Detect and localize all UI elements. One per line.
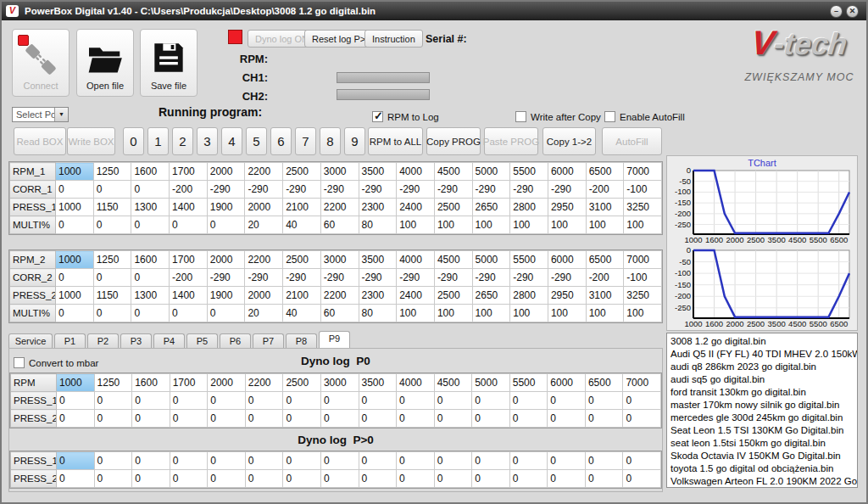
value-cell[interactable]: -290 (359, 269, 397, 287)
value-cell[interactable]: 6500 (585, 374, 623, 392)
value-cell[interactable]: 2200 (320, 199, 359, 216)
value-cell[interactable]: 0 (131, 305, 170, 322)
copy-prog-button[interactable]: Copy PROG (426, 127, 481, 155)
value-cell[interactable]: 1700 (170, 163, 208, 181)
value-cell[interactable]: 2800 (510, 199, 548, 216)
tab-p9[interactable]: P9 (319, 331, 350, 349)
value-cell[interactable]: 0 (94, 410, 132, 428)
value-cell[interactable]: 0 (623, 410, 661, 428)
rpm-to-log-checkbox-box[interactable] (372, 111, 383, 122)
open-file-button[interactable]: Open file (76, 29, 134, 97)
value-cell[interactable]: 0 (56, 216, 94, 234)
value-cell[interactable]: 0 (434, 470, 472, 488)
value-cell[interactable]: 7000 (624, 251, 662, 269)
value-cell[interactable]: 0 (359, 452, 397, 470)
value-cell[interactable]: -290 (548, 269, 586, 287)
copy-1-to-2-button[interactable]: Copy 1->2 (542, 127, 596, 155)
program-3-button[interactable]: 3 (197, 127, 218, 155)
value-cell[interactable]: 2400 (397, 287, 435, 305)
value-cell[interactable]: 40 (283, 216, 321, 234)
tab-p3[interactable]: P3 (120, 333, 152, 349)
value-cell[interactable]: 6500 (586, 163, 624, 181)
value-cell[interactable]: -290 (283, 269, 321, 287)
value-cell[interactable]: -290 (397, 181, 435, 199)
value-cell[interactable]: 1250 (93, 251, 131, 269)
value-cell[interactable]: 0 (245, 470, 283, 488)
value-cell[interactable]: 0 (283, 452, 321, 470)
value-cell[interactable]: 1600 (132, 374, 170, 392)
value-cell[interactable]: 0 (548, 392, 586, 410)
value-cell[interactable]: 4000 (397, 163, 435, 181)
tab-service[interactable]: Service (8, 333, 53, 349)
write-after-copy-checkbox[interactable]: Write after Copy (515, 111, 601, 122)
value-cell[interactable]: 60 (320, 216, 359, 234)
value-cell[interactable]: 1300 (131, 199, 170, 216)
value-cell[interactable]: -200 (586, 269, 624, 287)
value-cell[interactable]: 0 (170, 410, 208, 428)
value-cell[interactable]: 5500 (509, 374, 548, 392)
autofill-button[interactable]: AutoFill (602, 127, 662, 155)
value-cell[interactable]: 1700 (170, 374, 208, 392)
value-cell[interactable]: 2800 (510, 287, 548, 305)
value-cell[interactable]: 2200 (245, 374, 283, 392)
value-cell[interactable]: 0 (623, 470, 661, 488)
value-cell[interactable]: 6500 (586, 251, 624, 269)
paste-prog-button[interactable]: Paste PROG (484, 127, 538, 155)
value-cell[interactable]: 100 (510, 216, 548, 234)
file-list-item[interactable]: Seat Leon 1.5 TSI 130KM Go Digital.bin (670, 424, 857, 437)
value-cell[interactable]: 0 (585, 410, 623, 428)
value-cell[interactable]: 1900 (207, 199, 245, 216)
value-cell[interactable]: 1600 (131, 251, 170, 269)
value-cell[interactable]: 0 (132, 470, 170, 488)
value-cell[interactable]: -290 (472, 269, 510, 287)
value-cell[interactable]: 0 (57, 410, 95, 428)
value-cell[interactable]: 100 (624, 305, 662, 322)
value-cell[interactable]: 0 (283, 410, 321, 428)
value-cell[interactable]: 0 (472, 452, 510, 470)
value-cell[interactable]: 0 (320, 392, 359, 410)
value-cell[interactable]: 1400 (170, 287, 208, 305)
value-cell[interactable]: 0 (245, 410, 283, 428)
value-cell[interactable]: 1700 (170, 251, 208, 269)
value-cell[interactable]: 3500 (359, 163, 397, 181)
file-list-item[interactable]: ford transit 130km go digital.bin (670, 386, 857, 399)
file-list-item[interactable]: master 170km nowy silnik go digital.bin (670, 399, 857, 412)
value-cell[interactable]: -290 (320, 181, 359, 199)
value-cell[interactable]: 1150 (93, 199, 131, 216)
rpm-to-all-button[interactable]: RPM to ALL (368, 127, 423, 155)
program-0-button[interactable]: 0 (123, 127, 144, 155)
value-cell[interactable]: 5000 (472, 251, 510, 269)
program-6-button[interactable]: 6 (270, 127, 292, 155)
value-cell[interactable]: 60 (320, 305, 359, 322)
value-cell[interactable]: 2200 (320, 287, 359, 305)
value-cell[interactable]: 0 (94, 470, 132, 488)
tab-p8[interactable]: P8 (286, 333, 317, 349)
value-cell[interactable]: 100 (548, 305, 586, 322)
value-cell[interactable]: 3100 (586, 287, 624, 305)
value-cell[interactable]: 0 (207, 216, 245, 234)
value-cell[interactable]: 100 (397, 305, 435, 322)
value-cell[interactable]: 0 (170, 216, 208, 234)
value-cell[interactable]: 2000 (207, 251, 245, 269)
value-cell[interactable]: 1400 (170, 199, 208, 216)
value-cell[interactable]: 2200 (245, 251, 283, 269)
value-cell[interactable]: 0 (434, 392, 472, 410)
value-cell[interactable]: 5500 (510, 251, 548, 269)
value-cell[interactable]: 1250 (93, 163, 131, 181)
value-cell[interactable]: 0 (208, 410, 246, 428)
value-cell[interactable]: 0 (93, 269, 131, 287)
value-cell[interactable]: 2300 (359, 199, 397, 216)
value-cell[interactable]: -100 (624, 269, 662, 287)
value-cell[interactable]: 0 (170, 392, 208, 410)
program-2-button[interactable]: 2 (172, 127, 193, 155)
value-cell[interactable]: 2500 (434, 287, 472, 305)
value-cell[interactable]: 0 (245, 452, 283, 470)
value-cell[interactable]: 0 (320, 470, 359, 488)
value-cell[interactable]: 0 (472, 410, 510, 428)
value-cell[interactable]: 2950 (548, 199, 586, 216)
program-5-button[interactable]: 5 (246, 127, 267, 155)
minimize-icon[interactable]: – (830, 5, 843, 18)
value-cell[interactable]: 0 (320, 452, 359, 470)
value-cell[interactable]: 100 (624, 216, 662, 234)
value-cell[interactable]: -200 (170, 269, 208, 287)
